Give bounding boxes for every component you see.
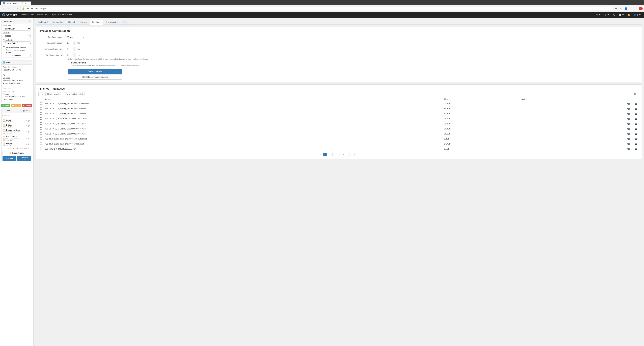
header-bell-button[interactable]: 🔔 <box>626 13 631 16</box>
baudrate-select[interactable]: 250000 <box>3 34 30 38</box>
upload-button[interactable]: ⇧ Upload <box>2 156 16 161</box>
action-download-button[interactable]: ⇓ <box>631 117 634 120</box>
framerate-down-button[interactable]: ▼ <box>73 49 76 51</box>
tab-control[interactable]: Control <box>66 20 77 24</box>
row-checkbox[interactable] <box>40 138 42 140</box>
home-button[interactable]: ⌂ <box>16 6 20 10</box>
action-info-button[interactable]: 📹 <box>626 142 630 145</box>
disconnect-button[interactable]: Disconnect <box>3 54 30 57</box>
forward-button[interactable]: → <box>6 6 11 10</box>
menu-button[interactable]: ⋮ <box>634 7 638 10</box>
reset-config-button[interactable]: Reset to active configuration <box>68 75 122 80</box>
tab-bed-visualizer[interactable]: Bed Visualizer <box>104 20 121 24</box>
snapshot-input[interactable] <box>66 41 73 45</box>
bookmark-button[interactable]: ★ <box>614 7 618 10</box>
new-tab-button[interactable]: + <box>31 1 35 5</box>
action-info-button[interactable]: 📹 <box>626 107 630 110</box>
action-info-button[interactable]: 📹 <box>626 117 630 120</box>
postroll-input[interactable] <box>66 53 73 57</box>
folder-remove-button[interactable]: ✕ <box>25 125 27 127</box>
action-delete-button[interactable]: 📷 <box>634 122 638 125</box>
action-download-button[interactable]: ⇓ <box>631 137 634 140</box>
action-info-button[interactable]: 📹 <box>626 112 630 115</box>
postroll-down-button[interactable]: ▼ <box>73 55 76 57</box>
save-changes-button[interactable]: Save changes <box>68 69 122 74</box>
action-delete-button[interactable]: 📷 <box>634 117 638 120</box>
action-download-button[interactable]: ⇓ <box>631 132 634 135</box>
back-button[interactable]: ← <box>1 6 6 10</box>
tab-timelapse[interactable]: Timelapse <box>90 20 103 25</box>
snapshot-down-button[interactable]: ▼ <box>73 43 76 45</box>
tab-more-dropdown[interactable]: ☰ ▼ <box>121 20 129 24</box>
action-download-button[interactable]: ⇓ <box>631 107 634 110</box>
printer-profile-select[interactable]: Creality Ender 3 <box>3 41 30 45</box>
action-info-button[interactable]: 📹 <box>626 137 630 140</box>
pagination-page-3-button[interactable]: 3 <box>332 153 336 157</box>
browser-tab[interactable]: 100% - (operational) ✕ <box>1 1 31 5</box>
files-delete-button[interactable]: 🗑 <box>23 110 25 112</box>
action-delete-button[interactable]: 📷 <box>634 107 638 110</box>
tab-terminal[interactable]: Terminal <box>77 20 89 24</box>
header-settings-button[interactable]: ⚙ ▼ <box>595 13 602 16</box>
header-wrench-button[interactable]: 🔧 <box>612 13 616 16</box>
download-selected-button[interactable]: Download selected <box>64 92 85 96</box>
action-delete-button[interactable]: 📷 <box>634 137 638 140</box>
header-clock-button[interactable]: ⏰ ▼ <box>618 13 625 16</box>
folder-remove-button[interactable]: ✕ <box>25 143 27 146</box>
folder-delete-button[interactable]: 🗑 <box>28 120 30 122</box>
action-info-button[interactable]: 📹 <box>626 132 630 135</box>
folder-remove-button[interactable]: ✕ <box>25 120 27 122</box>
auto-connect-checkbox[interactable] <box>3 50 5 52</box>
row-checkbox[interactable] <box>40 102 42 105</box>
framerate-input[interactable] <box>66 47 73 51</box>
serial-port-select[interactable]: /dev/ttyUSB0 <box>3 27 30 31</box>
files-refresh-button[interactable]: ↻ <box>26 110 28 112</box>
pagination-page-1-button[interactable]: 1 <box>323 153 327 157</box>
postroll-up-button[interactable]: ▲ <box>73 53 76 55</box>
row-checkbox[interactable] <box>40 133 42 135</box>
timelapse-settings-button[interactable]: ⚙ ▼ <box>634 93 639 95</box>
row-checkbox[interactable] <box>40 122 42 125</box>
select-dropdown-button[interactable]: □ ▼ <box>38 92 44 96</box>
pagination-page-5-button[interactable]: 5 <box>342 153 346 157</box>
action-download-button[interactable]: ⇓ <box>631 127 634 130</box>
timelapse-mode-select[interactable]: Timed <box>65 35 85 39</box>
address-bar[interactable]: 🔓 192.168.1.7/#timelapse <box>20 7 614 10</box>
extensions-button[interactable]: ✎ <box>619 7 623 10</box>
save-default-checkbox[interactable] <box>68 62 70 64</box>
print-button[interactable]: 🖶 Print <box>1 104 10 107</box>
action-delete-button[interactable]: 📷 <box>634 112 638 115</box>
pagination-prev-button[interactable]: ‹ <box>319 153 322 157</box>
header-user-button[interactable]: 👤 pi ▼ <box>632 13 642 16</box>
pause-button[interactable]: ▮▮ Pause <box>11 104 21 107</box>
action-delete-button[interactable]: 📷 <box>634 147 638 150</box>
folder-delete-button[interactable]: 🗑 <box>28 137 30 140</box>
action-download-button[interactable]: ⇓ <box>631 122 634 125</box>
cancel-button[interactable]: ■ Cancel <box>22 104 32 107</box>
folder-delete-button[interactable]: 🗑 <box>28 131 30 133</box>
header-temp-button[interactable]: 🌡 ▼ <box>603 13 610 16</box>
reload-button[interactable]: ↻ <box>12 6 16 10</box>
folder-delete-button[interactable]: 🗑 <box>28 125 30 127</box>
connection-refresh-button[interactable]: ↻ <box>29 20 30 22</box>
folder-delete-button[interactable]: 🗑 <box>28 143 30 146</box>
tab-dashboard[interactable]: Dashboard <box>36 20 50 24</box>
action-delete-button[interactable]: 📷 <box>634 127 638 130</box>
action-info-button[interactable]: 📹 <box>626 127 630 130</box>
action-download-button[interactable]: ⇓ <box>631 147 634 150</box>
row-checkbox[interactable] <box>40 128 42 130</box>
pagination-page-4-button[interactable]: 4 <box>337 153 341 157</box>
row-checkbox[interactable] <box>40 117 42 120</box>
pagination-next-button[interactable]: › <box>355 153 359 157</box>
tab-close-button[interactable]: ✕ <box>24 2 26 4</box>
action-delete-button[interactable]: 📷 <box>634 132 638 135</box>
action-info-button[interactable]: 📹 <box>626 122 630 125</box>
snapshot-up-button[interactable]: ▲ <box>73 41 76 43</box>
action-download-button[interactable]: ⇓ <box>631 102 634 105</box>
pagination-page-22-button[interactable]: 22 <box>350 153 354 157</box>
delete-selected-button[interactable]: Delete selected <box>46 92 63 96</box>
files-search-input[interactable] <box>2 114 31 117</box>
row-checkbox[interactable] <box>40 148 42 150</box>
save-connection-checkbox[interactable] <box>3 46 5 48</box>
folder-remove-button[interactable]: ✕ <box>25 137 27 140</box>
